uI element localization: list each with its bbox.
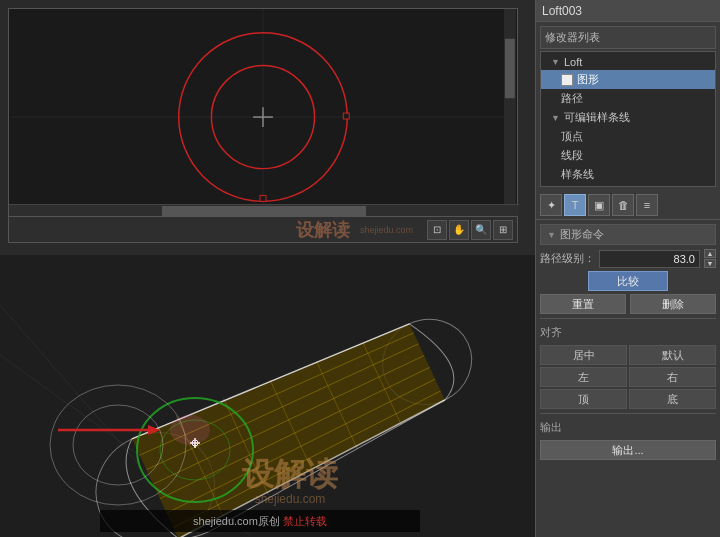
bottom-3d-viewport: shejiedu.com原创 禁止转载 设解读 shejiedu.com [0,255,535,537]
tree-item-segment[interactable]: 线段 [541,146,715,165]
icon-toolbar: ✦ T ▣ 🗑 ≡ [536,191,720,220]
right-panel: Loft003 修改器列表 ▼ Loft 图形 路径 ▼ 可编辑样条线 [535,0,720,537]
trash-btn[interactable]: 🗑 [612,194,634,216]
shape-checkbox[interactable] [561,74,573,86]
output-btn-row: 输出... [540,440,716,460]
expand-arrow: ▼ [551,57,560,67]
spline-label: 样条线 [561,167,594,182]
tree-item-shape[interactable]: 图形 [541,70,715,89]
output-label-row: 输出 [540,418,716,437]
path-label: 路径 [561,91,583,106]
align-default-btn[interactable]: 默认 [629,345,716,365]
align-center-btn[interactable]: 居中 [540,345,627,365]
reset-btn[interactable]: 重置 [540,294,626,314]
output-btn[interactable]: 输出... [540,440,716,460]
modifier-section: 修改器列表 ▼ Loft 图形 路径 ▼ 可编辑样条线 顶点 线段 [536,22,720,191]
h-scrollbar[interactable] [9,204,519,216]
editable-spline-label: 可编辑样条线 [564,110,630,125]
viewport-area: 设解读 shejiedu.com ⊡ ✋ 🔍 ⊞ [0,0,535,537]
toolbar-url: shejiedu.com [360,225,413,235]
compare-row: 比较 [540,271,716,291]
svg-rect-8 [260,195,266,201]
3d-scene: shejiedu.com原创 禁止转载 设解读 shejiedu.com [0,255,535,537]
loft-label: Loft [564,56,582,68]
svg-rect-10 [505,39,515,98]
output-section: 输出 输出... [540,418,716,460]
svg-rect-7 [343,113,349,119]
path-level-row: 路径级别： ▲ ▼ [540,249,716,268]
panel-title-bar: Loft003 [536,0,720,22]
path-level-up[interactable]: ▲ [704,249,716,258]
wand-btn[interactable]: ✦ [540,194,562,216]
maximize-btn[interactable]: ⊞ [493,220,513,240]
align-label-row: 对齐 [540,323,716,342]
svg-point-38 [170,415,210,445]
zoom-btn[interactable]: 🔍 [471,220,491,240]
settings-btn[interactable]: ≡ [636,194,658,216]
text-btn[interactable]: T [564,194,586,216]
align-bottom-btn[interactable]: 底 [629,389,716,409]
vertex-label: 顶点 [561,129,583,144]
shape-label: 图形 [577,72,599,87]
tree-item-loft[interactable]: ▼ Loft [541,54,715,70]
expand-arrow2: ▼ [551,113,560,123]
modifier-list-header: 修改器列表 [540,26,716,49]
expand-arrow3: ▼ [547,230,556,240]
panel-title: Loft003 [542,4,582,18]
tree-item-spline[interactable]: 样条线 [541,165,715,184]
path-level-input[interactable] [599,250,700,268]
shape-command-section: ▼ 图形命令 路径级别： ▲ ▼ 比较 重置 删除 对齐 [536,220,720,467]
viewport-toolbar: 设解读 shejiedu.com ⊡ ✋ 🔍 ⊞ [9,216,517,242]
top-viewport: 设解读 shejiedu.com ⊡ ✋ 🔍 ⊞ [8,8,518,243]
image-btn[interactable]: ▣ [588,194,610,216]
path-level-down[interactable]: ▼ [704,259,716,268]
path-level-label: 路径级别： [540,251,595,266]
modifier-tree: ▼ Loft 图形 路径 ▼ 可编辑样条线 顶点 线段 样条线 [540,51,716,187]
svg-text:设解读: 设解读 [242,456,338,492]
segment-label: 线段 [561,148,583,163]
align-left-btn[interactable]: 左 [540,367,627,387]
separator2 [540,413,716,414]
align-right-btn[interactable]: 右 [629,367,716,387]
delete-btn[interactable]: 删除 [630,294,716,314]
zoom-extents-btn[interactable]: ⊡ [427,220,447,240]
svg-text:shejiedu.com: shejiedu.com [255,492,326,506]
separator1 [540,318,716,319]
svg-text:shejiedu.com原创 禁止转载: shejiedu.com原创 禁止转载 [193,515,327,527]
reset-delete-row: 重置 删除 [540,294,716,314]
tree-item-path[interactable]: 路径 [541,89,715,108]
pan-btn[interactable]: ✋ [449,220,469,240]
toolbar-watermark: 设解读 [296,218,350,242]
align-grid: 居中 默认 左 右 顶 底 [540,345,716,409]
compare-btn[interactable]: 比较 [588,271,668,291]
align-top-btn[interactable]: 顶 [540,389,627,409]
tree-item-editable-spline[interactable]: ▼ 可编辑样条线 [541,108,715,127]
shape-command-header[interactable]: ▼ 图形命令 [540,224,716,245]
tree-item-vertex[interactable]: 顶点 [541,127,715,146]
